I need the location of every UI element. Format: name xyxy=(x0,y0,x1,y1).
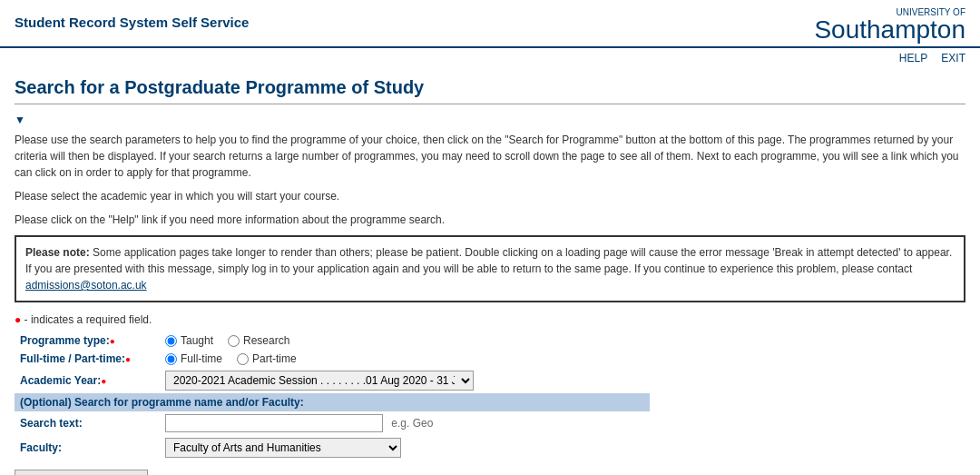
main-content: Search for a Postgraduate Programme of S… xyxy=(0,68,980,475)
fulltime-parttime-row: Full-time / Part-time:● Full-time Part-t… xyxy=(15,350,650,368)
optional-header-row: (Optional) Search for programme name and… xyxy=(15,393,650,411)
research-radio[interactable] xyxy=(228,335,240,347)
faculty-row: Faculty: Faculty of Arts and Humanities xyxy=(15,435,650,460)
faculty-select[interactable]: Faculty of Arts and Humanities xyxy=(165,438,401,458)
taught-option[interactable]: Taught xyxy=(165,334,213,347)
exit-link[interactable]: EXIT xyxy=(941,52,965,64)
optional-section-header: (Optional) Search for programme name and… xyxy=(15,393,650,411)
taught-label: Taught xyxy=(181,334,213,347)
note-label: Please note: xyxy=(25,246,90,259)
note-box: Please note: Some application pages take… xyxy=(15,235,965,302)
academic-year-label: Academic Year:● xyxy=(15,368,160,393)
search-text-row: Search text: e.g. Geo xyxy=(15,411,650,435)
help-link[interactable]: HELP xyxy=(899,52,927,64)
info-paragraph-3: Please click on the "Help" link if you n… xyxy=(15,212,965,228)
search-text-label: Search text: xyxy=(15,411,160,435)
parttime-label: Part-time xyxy=(252,352,297,365)
programme-type-options: Taught Research xyxy=(160,332,650,350)
header: Student Record System Self Service UNIVE… xyxy=(0,0,980,48)
search-text-cell: e.g. Geo xyxy=(160,411,650,435)
university-logo: UNIVERSITY OF Southampton xyxy=(814,7,965,43)
parttime-radio[interactable] xyxy=(237,353,249,365)
note-text: Some application pages take longer to re… xyxy=(25,246,952,275)
eg-text: e.g. Geo xyxy=(391,417,433,430)
programme-type-row: Programme type:● Taught Research xyxy=(15,332,650,350)
faculty-label: Faculty: xyxy=(15,435,160,460)
academic-year-cell: 2020-2021 Academic Session . . . . . . .… xyxy=(160,368,650,393)
programme-type-label: Programme type:● xyxy=(15,332,160,350)
taught-radio[interactable] xyxy=(165,335,177,347)
fulltime-label: Full-time xyxy=(181,352,222,365)
form-table: Programme type:● Taught Research xyxy=(15,332,650,460)
note-email-link[interactable]: admissions@soton.ac.uk xyxy=(25,279,147,292)
page-title: Search for a Postgraduate Programme of S… xyxy=(15,77,965,98)
top-nav: HELP EXIT xyxy=(0,48,980,68)
university-name: Southampton xyxy=(814,15,965,44)
required-note-text: - indicates a required field. xyxy=(24,313,152,326)
research-label: Research xyxy=(243,334,289,347)
search-programme-button[interactable]: Search for Programme xyxy=(15,470,148,475)
fulltime-option[interactable]: Full-time xyxy=(165,352,222,365)
fulltime-radio[interactable] xyxy=(165,353,177,365)
academic-year-select[interactable]: 2020-2021 Academic Session . . . . . . .… xyxy=(165,371,474,391)
required-note: ● - indicates a required field. xyxy=(15,313,965,326)
academic-year-row: Academic Year:● 2020-2021 Academic Sessi… xyxy=(15,368,650,393)
search-text-input[interactable] xyxy=(165,414,383,432)
info-icon: ▼ xyxy=(15,114,965,126)
faculty-cell: Faculty of Arts and Humanities xyxy=(160,435,650,460)
required-dot: ● xyxy=(15,313,21,326)
info-paragraph-1: Please use the search parameters to help… xyxy=(15,132,965,181)
app-title: Student Record System Self Service xyxy=(15,7,249,30)
fulltime-parttime-label: Full-time / Part-time:● xyxy=(15,350,160,368)
section-divider xyxy=(15,104,965,104)
info-paragraph-2: Please select the academic year in which… xyxy=(15,188,965,204)
parttime-option[interactable]: Part-time xyxy=(237,352,297,365)
research-option[interactable]: Research xyxy=(228,334,289,347)
fulltime-parttime-options: Full-time Part-time xyxy=(160,350,650,368)
